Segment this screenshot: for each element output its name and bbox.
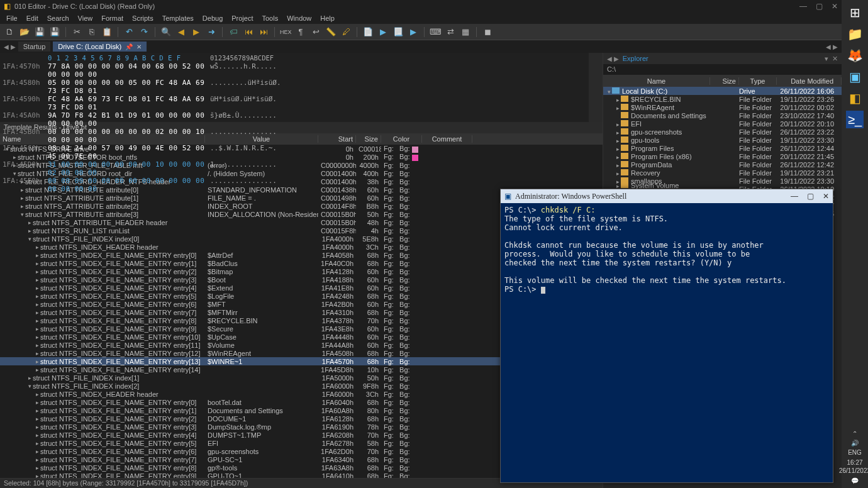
- goto-icon[interactable]: ➜: [206, 26, 217, 38]
- explorer-row[interactable]: Documents and SettingsFile Folder23/10/2…: [603, 111, 842, 119]
- text-mode-icon[interactable]: ¶: [295, 26, 306, 38]
- tab-nav-prev[interactable]: ◀ ▶: [4, 43, 16, 50]
- redo-icon[interactable]: ↷: [138, 26, 150, 38]
- minimize-button[interactable]: —: [799, 2, 807, 11]
- explorer-row[interactable]: ▸EFIFile Folder20/11/2022 20:10: [603, 119, 842, 128]
- close-button[interactable]: ✕: [832, 2, 838, 11]
- ps-close-button[interactable]: ✕: [823, 192, 829, 201]
- menu-window[interactable]: Window: [287, 14, 311, 22]
- tray-lang[interactable]: ENG: [848, 449, 862, 456]
- toolbar-sep: [222, 27, 223, 37]
- script-open-icon[interactable]: 📃: [392, 26, 404, 38]
- explorer-row[interactable]: ▸Program Files (x86)File Folder20/11/202…: [603, 152, 842, 160]
- template-open-icon[interactable]: 📄: [362, 26, 374, 38]
- explorer-row[interactable]: ▸gpu-screenshotsFile Folder26/11/2022 23…: [603, 128, 842, 136]
- menu-tools[interactable]: Tools: [262, 14, 279, 22]
- explorer-row[interactable]: ▸Program FilesFile Folder26/11/2022 12:4…: [603, 144, 842, 152]
- tab-nav-right[interactable]: ◀ ▶: [826, 43, 838, 50]
- ruler-icon[interactable]: 📏: [325, 26, 337, 38]
- toolbar-sep: [118, 27, 118, 37]
- template-run-icon[interactable]: ▶: [377, 26, 389, 38]
- menu-file[interactable]: File: [6, 14, 18, 22]
- hex-row[interactable]: 1FA:45B0h00 00 00 00 00 00 00 00 02 00 0…: [3, 128, 600, 144]
- undo-icon[interactable]: ↶: [123, 26, 135, 38]
- hex-row[interactable]: 1FA:45D0h31 00 00 00 00 00 00 00 10 00 0…: [3, 160, 600, 177]
- menu-edit[interactable]: Edit: [26, 14, 38, 22]
- menu-templates[interactable]: Templates: [162, 14, 194, 22]
- task-explorer-icon[interactable]: 📁: [846, 25, 864, 43]
- toolbar-sep: [65, 27, 66, 37]
- histogram-icon[interactable]: ▦: [460, 26, 471, 38]
- explorer-menu-icon[interactable]: ▾: [825, 55, 828, 63]
- menu-debug[interactable]: Debug: [203, 14, 223, 22]
- script-run-icon[interactable]: ▶: [408, 26, 419, 38]
- compare-icon[interactable]: ⇄: [445, 26, 456, 38]
- hex-row[interactable]: 1FA:4580h05 00 00 00 00 00 05 00 FC 48 A…: [3, 79, 600, 95]
- hex-row[interactable]: 1FA:4590hFC 48 AA 69 73 FC D8 01 FC 48 A…: [3, 95, 600, 111]
- cut-icon[interactable]: ✂: [71, 26, 82, 38]
- highlight-icon[interactable]: 🖊: [340, 26, 352, 38]
- ps-minimize-button[interactable]: —: [791, 192, 798, 201]
- stop-icon[interactable]: ◼: [482, 26, 493, 38]
- new-icon[interactable]: 🗋: [4, 26, 15, 38]
- exp-col-date[interactable]: Date Modified: [777, 77, 842, 85]
- bookmark-prev-icon[interactable]: ⏮: [243, 26, 254, 38]
- explorer-row[interactable]: ▾Local Disk (C:)Drive26/11/2022 16:06: [603, 87, 842, 95]
- hex-row[interactable]: 1FA:45A0h9A 7D F8 42 B1 01 D9 01 00 00 0…: [3, 111, 600, 128]
- copy-icon[interactable]: ⎘: [86, 26, 97, 38]
- tray-sound-icon[interactable]: 🔊: [851, 440, 859, 446]
- task-010-icon[interactable]: ◧: [846, 89, 864, 107]
- tab-startup[interactable]: Startup: [18, 42, 50, 52]
- tray-clock[interactable]: 16:2726/11/2022: [839, 458, 868, 475]
- hex-ascii-ruler: 0123456789ABCDEF: [210, 54, 274, 62]
- find-next-icon[interactable]: ▶: [191, 26, 202, 38]
- start-button[interactable]: ⊞: [846, 4, 864, 21]
- wrap-icon[interactable]: ↩: [310, 26, 321, 38]
- powershell-window[interactable]: ▣ Administrator: Windows PowerShell — ▢ …: [500, 189, 833, 483]
- menu-search[interactable]: Search: [47, 14, 69, 22]
- hex-row[interactable]: 1FA:45C0h08 02 24 00 57 00 49 00 4E 00 5…: [3, 144, 600, 160]
- menu-scripts[interactable]: Scripts: [132, 14, 153, 22]
- exp-col-size[interactable]: Size: [710, 77, 739, 85]
- menu-project[interactable]: Project: [231, 14, 253, 22]
- bookmark-icon[interactable]: 🏷: [228, 26, 239, 38]
- ps-title-text: Administrator: Windows PowerShell: [515, 192, 626, 201]
- ps-maximize-button[interactable]: ▢: [807, 192, 814, 201]
- ps-console[interactable]: PS C:\> chkdsk /F C:The type of the file…: [501, 203, 833, 482]
- ps-titlebar[interactable]: ▣ Administrator: Windows PowerShell — ▢ …: [501, 189, 833, 203]
- explorer-row[interactable]: ▸$RECYCLE.BINFile Folder19/11/2022 23:26: [603, 95, 842, 103]
- explorer-nav[interactable]: ◀ ▶: [607, 55, 619, 62]
- open-icon[interactable]: 📂: [19, 26, 30, 38]
- exp-col-type[interactable]: Type: [739, 77, 777, 85]
- bookmark-next-icon[interactable]: ⏭: [258, 26, 269, 38]
- hex-row[interactable]: 1FA:4570h77 8A 00 00 00 00 04 00 68 00 5…: [3, 62, 600, 79]
- task-terminal-icon[interactable]: ▣: [846, 68, 864, 86]
- hex-view[interactable]: 0 1 2 3 4 5 6 7 8 9 A B C D E F 01234567…: [0, 53, 603, 122]
- find-prev-icon[interactable]: ◀: [175, 26, 187, 38]
- explorer-row[interactable]: ▸ProgramDataFile Folder26/11/2022 12:42: [603, 160, 842, 169]
- calc-icon[interactable]: ⌨: [430, 26, 441, 38]
- explorer-row[interactable]: ▸$WinREAgentFile Folder20/11/2022 00:02: [603, 103, 842, 111]
- menu-format[interactable]: Format: [101, 14, 123, 22]
- save-all-icon[interactable]: 💾: [49, 26, 60, 38]
- tray-up-icon[interactable]: ⌃: [852, 430, 857, 437]
- tray-notifications-icon[interactable]: 💬: [851, 477, 859, 484]
- menu-view[interactable]: View: [78, 14, 93, 22]
- explorer-path[interactable]: C:\: [603, 64, 842, 75]
- maximize-button[interactable]: ▢: [816, 2, 823, 11]
- pin-icon[interactable]: 📌: [125, 43, 133, 50]
- explorer-row[interactable]: ▸gpu-toolsFile Folder19/11/2022 23:30: [603, 136, 842, 144]
- menu-help[interactable]: Help: [320, 14, 335, 22]
- find-icon[interactable]: 🔍: [160, 26, 172, 38]
- task-firefox-icon[interactable]: 🦊: [846, 47, 864, 64]
- save-icon[interactable]: 💾: [34, 26, 45, 38]
- explorer-row[interactable]: ▸RecoveryFile Folder19/11/2022 23:21: [603, 169, 842, 177]
- tab-drive-c[interactable]: Drive C: (Local Disk) 📌 ✕: [53, 42, 147, 52]
- hex-minimap[interactable]: [589, 53, 603, 122]
- hex-mode-icon[interactable]: HEX: [280, 26, 291, 38]
- explorer-close-icon[interactable]: ✕: [832, 55, 838, 63]
- exp-col-name[interactable]: Name: [603, 77, 710, 85]
- paste-icon[interactable]: 📋: [101, 26, 113, 38]
- task-powershell-icon[interactable]: ≥_: [846, 111, 864, 128]
- close-tab-icon[interactable]: ✕: [136, 43, 142, 50]
